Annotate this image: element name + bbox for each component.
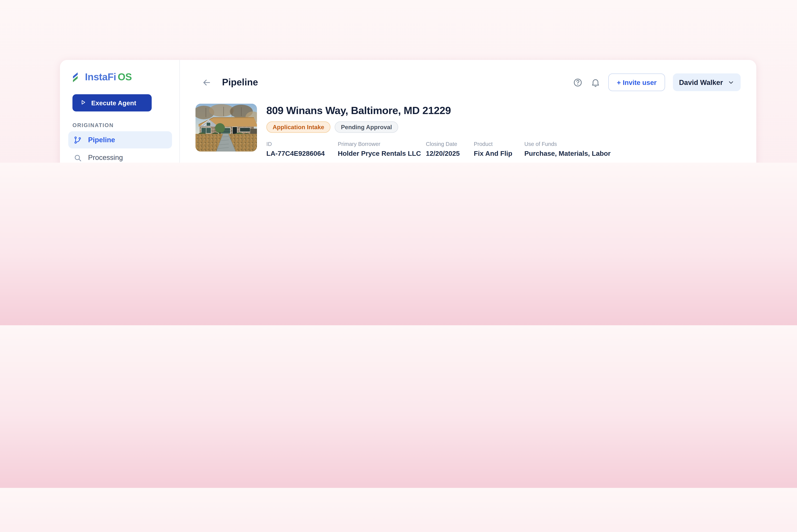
loan-summary-fields: IDLA-77C4E9286064Primary BorrowerHolder … — [266, 141, 611, 157]
sidebar-item-processing[interactable]: Processing — [68, 149, 172, 163]
search-icon — [73, 153, 82, 162]
field-value: Fix And Flip — [474, 149, 524, 157]
field-id: IDLA-77C4E9286064 — [266, 141, 338, 157]
field-value: Holder Pryce Rentals LLC — [338, 149, 426, 157]
nav-section-label-origination: ORIGINATION — [73, 122, 179, 128]
field-label: ID — [266, 141, 338, 147]
sidebar-item-label: Processing — [88, 154, 123, 162]
field-product: ProductFix And Flip — [474, 141, 524, 157]
page-title: Pipeline — [222, 77, 258, 88]
notifications-icon[interactable] — [591, 77, 600, 87]
field-label: Closing Date — [426, 141, 474, 147]
user-menu[interactable]: David Walker — [673, 73, 741, 91]
sidebar-item-pipeline[interactable]: Pipeline — [68, 131, 172, 149]
field-value: 12/20/2025 — [426, 149, 474, 157]
sidebar-nav: ORIGINATIONPipelineProcessingUnderwritin… — [60, 122, 179, 163]
invite-user-button[interactable]: + Invite user — [609, 73, 665, 91]
property-header: 809 Winans Way, Baltimore, MD 21229 Appl… — [196, 104, 741, 157]
field-label: Primary Borrower — [338, 141, 426, 147]
user-name: David Walker — [679, 78, 723, 86]
main-content: Pipeline + Invite user David Walker — [180, 60, 756, 163]
brand-logo: InstaFiOS — [73, 71, 179, 83]
brand-logo-icon — [73, 72, 82, 82]
badge-application-intake: Application Intake — [266, 121, 330, 133]
back-button[interactable] — [202, 77, 211, 87]
field-value: LA-77C4E9286064 — [266, 149, 338, 157]
top-bar: Pipeline + Invite user David Walker — [196, 73, 741, 91]
field-primary-borrower: Primary BorrowerHolder Pryce Rentals LLC — [338, 141, 426, 157]
play-icon — [80, 99, 87, 107]
sidebar-item-label: Pipeline — [88, 136, 115, 144]
field-use-of-funds: Use of FundsPurchase, Materials, Labor — [524, 141, 611, 157]
app-window: InstaFiOS Execute Agent ORIGINATIONPipel… — [60, 60, 756, 163]
badge-pending-approval: Pending Approval — [335, 121, 398, 133]
status-badges: Application IntakePending Approval — [266, 121, 611, 133]
execute-agent-button[interactable]: Execute Agent — [73, 94, 152, 112]
sidebar: InstaFiOS Execute Agent ORIGINATIONPipel… — [60, 60, 180, 163]
brand-name: InstaFiOS — [85, 71, 132, 83]
field-closing-date: Closing Date12/20/2025 — [426, 141, 474, 157]
property-photo — [196, 104, 257, 152]
field-label: Use of Funds — [524, 141, 611, 147]
help-icon[interactable] — [573, 77, 583, 87]
git-branch-icon — [73, 136, 82, 144]
chevron-down-icon — [728, 79, 735, 86]
field-value: Purchase, Materials, Labor — [524, 149, 611, 157]
property-address: 809 Winans Way, Baltimore, MD 21229 — [266, 104, 611, 117]
field-label: Product — [474, 141, 524, 147]
page: InstaFiOS Execute Agent ORIGINATIONPipel… — [0, 0, 797, 163]
